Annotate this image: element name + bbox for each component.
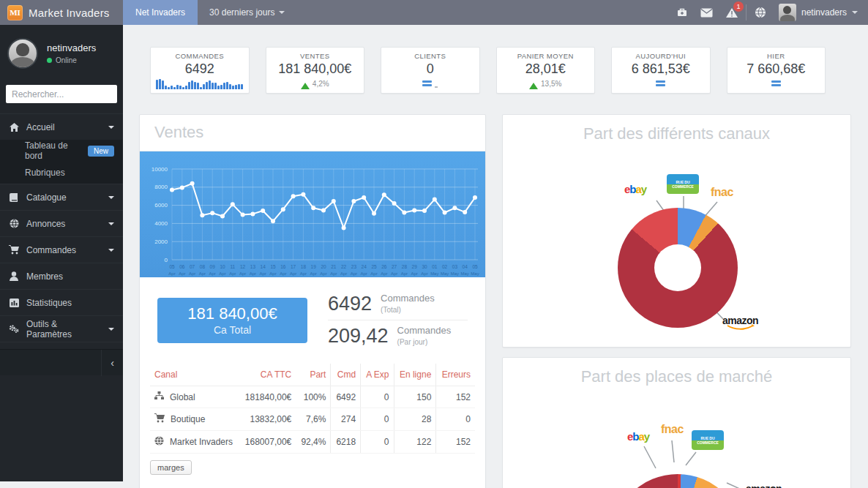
stat-label: VENTES [300, 52, 329, 60]
svg-text:Apr: Apr [269, 271, 276, 276]
svg-text:May: May [441, 271, 449, 276]
stat-card-commandes[interactable]: COMMANDES 6492 [150, 47, 250, 94]
marges-button[interactable]: marges [150, 460, 192, 475]
stat-card-panier-moyen[interactable]: PANIER MOYEN 28,01€ 13,5% [496, 47, 596, 94]
sidebar-item-outils-parametres[interactable]: Outils & Paramètres [0, 315, 123, 342]
svg-text:17: 17 [291, 264, 296, 269]
orders-total-label: Commandes (Total) [381, 293, 435, 315]
value-cell: 7,6% [296, 408, 331, 431]
svg-text:Apr: Apr [320, 271, 326, 276]
svg-text:Apr: Apr [260, 271, 266, 276]
period-dropdown[interactable]: 30 derniers jours [198, 0, 296, 25]
stat-card-ventes[interactable]: VENTES 181 840,00€ 4,2% [266, 47, 365, 94]
table-header[interactable]: Part [296, 364, 331, 386]
table-header[interactable]: Cmd [331, 364, 361, 386]
fnac-logo: fnac [661, 423, 684, 436]
sidebar-item-label: Accueil [26, 122, 55, 132]
sidebar-collapse-button[interactable]: ‹ [101, 350, 123, 376]
svg-text:Apr: Apr [340, 271, 347, 276]
briefcase-button[interactable] [670, 0, 695, 25]
value-cell: 0 [361, 408, 394, 431]
value-cell: 0 [436, 408, 475, 431]
top-navbar: MI Market Invaders Net Invaders 30 derni… [0, 0, 868, 25]
svg-text:29: 29 [412, 264, 418, 269]
svg-text:24: 24 [362, 264, 367, 269]
cart-icon [154, 413, 165, 425]
orders-per-day-label: Commandes (Par jour) [397, 326, 452, 348]
leader-lines [503, 386, 850, 488]
trend-flat-icon [656, 80, 665, 86]
table-header[interactable]: CA TTC [239, 364, 296, 386]
profile-status: Online [47, 56, 96, 64]
profile-name: netinvaders [47, 42, 96, 53]
orders-total-value: 6492 [328, 293, 372, 315]
navbar-actions: 1 netinvaders [670, 0, 868, 25]
mail-button[interactable] [695, 0, 719, 25]
submenu-item-label: Tableau de bord [25, 140, 88, 161]
trend-flat-icon [422, 80, 432, 86]
book-icon [9, 193, 19, 202]
svg-text:13: 13 [250, 264, 256, 269]
stat-value: 7 660,68€ [747, 61, 805, 77]
tab-net-invaders[interactable]: Net Invaders [123, 0, 198, 25]
sidebar-item-commandes[interactable]: Commandes [0, 236, 123, 263]
svg-text:May: May [461, 271, 469, 276]
table-header[interactable]: Canal [150, 364, 239, 386]
brand[interactable]: MI Market Invaders [0, 0, 123, 25]
gears-icon [9, 324, 19, 334]
user-dropdown[interactable]: netinvaders [773, 0, 868, 25]
table-row[interactable]: Global181840,00€100%64920150152 [150, 386, 475, 408]
svg-text:19: 19 [311, 264, 317, 269]
submenu-item-label: Rubriques [25, 168, 65, 178]
sidebar-item-accueil[interactable]: Accueil [0, 113, 123, 140]
sidebar-item-statistiques[interactable]: Statistiques [0, 289, 123, 315]
sidebar-item-membres[interactable]: Membres [0, 263, 123, 289]
table-header[interactable]: Erreurs [436, 364, 475, 386]
stat-value: 0 [427, 61, 434, 77]
svg-text:03: 03 [452, 264, 458, 269]
briefcase-icon [676, 7, 688, 18]
stat-card-aujourdhui[interactable]: AUJOURD'HUI 6 861,53€ [611, 47, 711, 94]
value-cell: 181840,00€ [239, 386, 296, 408]
sidebar-item-annonces[interactable]: Annonces [0, 210, 123, 236]
sales-summary: 181 840,00€ Ca Total 6492 Commandes (Tot… [140, 277, 485, 361]
ventes-line-chart[interactable]: 020004000600080001000005Apr06Apr07Apr08A… [140, 151, 485, 277]
sidebar-item-tableau-de-bord[interactable]: Tableau de bord New [0, 140, 123, 162]
table-header[interactable]: En ligne [394, 364, 436, 386]
value-cell: 152 [436, 431, 475, 454]
ebay-logo: ebay [627, 430, 649, 443]
svg-text:28: 28 [402, 264, 408, 269]
donut-hole [654, 244, 701, 291]
table-row[interactable]: Boutique13832,00€7,6%2740280 [150, 408, 475, 431]
svg-text:05: 05 [472, 264, 478, 269]
navbar-divider [746, 4, 747, 20]
sidebar-item-rubriques[interactable]: Rubriques [0, 162, 123, 184]
rue-du-commerce-logo: RUE DUCOMMERCE [692, 430, 724, 450]
svg-text:Apr: Apr [168, 271, 175, 276]
sidebar-item-catalogue[interactable]: Catalogue [0, 184, 123, 210]
ca-total-label: Ca Total [214, 324, 251, 336]
value-cell: 122 [394, 431, 436, 454]
sidebar: netinvaders Online Accueil Tableau de bo… [0, 25, 123, 481]
svg-text:07: 07 [190, 264, 195, 269]
svg-text:Apr: Apr [300, 271, 307, 276]
stat-card-hier[interactable]: HIER 7 660,68€ [727, 47, 826, 94]
sidebar-item-partial [0, 342, 123, 349]
chevron-down-icon [279, 11, 285, 14]
svg-text:30: 30 [422, 264, 427, 269]
profile-avatar[interactable] [7, 38, 38, 69]
alerts-button[interactable]: 1 [719, 0, 744, 25]
globe-button[interactable] [748, 0, 773, 25]
search-input[interactable] [6, 85, 117, 103]
svg-text:Apr: Apr [391, 271, 397, 276]
table-header[interactable]: A Exp [361, 364, 394, 386]
value-cell: 152 [436, 386, 475, 408]
table-row[interactable]: Market Invaders168007,00€92,4%6218012215… [150, 431, 475, 454]
chevron-down-icon [108, 196, 114, 199]
sidebar-collapse-strip: ‹ [0, 349, 123, 375]
stat-card-clients[interactable]: CLIENTS 0 [381, 47, 480, 94]
stat-value: 6492 [185, 61, 214, 77]
bullhorn-icon [9, 219, 19, 228]
marketplaces-donut-chart[interactable] [612, 474, 744, 488]
sidebar-item-label: Outils & Paramètres [26, 319, 101, 339]
